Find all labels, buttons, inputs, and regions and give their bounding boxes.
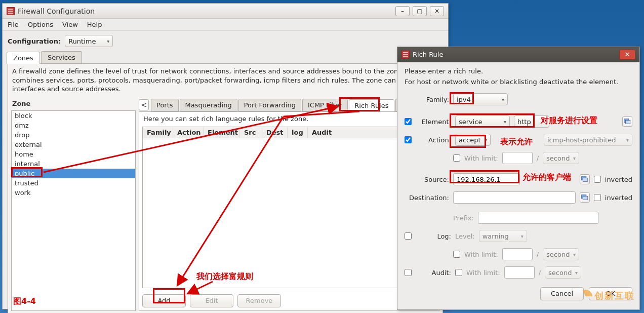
- col-action[interactable]: Action: [173, 127, 204, 138]
- source-row: Source: inverted: [405, 172, 632, 187]
- zone-list[interactable]: block dmz drop external home internal pu…: [11, 110, 136, 311]
- chevron-down-icon: ▾: [626, 137, 629, 143]
- chevron-down-icon: ▾: [502, 97, 504, 102]
- audit-checkbox[interactable]: [405, 269, 412, 276]
- svg-rect-5: [583, 197, 587, 200]
- level-label: Level:: [455, 232, 475, 240]
- config-select[interactable]: Runtime ▾: [65, 35, 113, 47]
- edit-button[interactable]: Edit: [190, 294, 233, 307]
- config-label: Configuration:: [8, 37, 61, 45]
- dest-input[interactable]: [453, 191, 576, 204]
- rich-rules-table[interactable]: Family Action Element Src Dest log Audit: [142, 127, 436, 288]
- browse-icon: [581, 176, 588, 182]
- log-limit-input[interactable]: [502, 248, 533, 260]
- element-service-select[interactable]: http: [514, 115, 549, 128]
- source-label: Source:: [405, 176, 449, 183]
- watermark-icon: [579, 290, 592, 303]
- cancel-button[interactable]: Cancel: [540, 287, 584, 300]
- svg-rect-1: [626, 121, 630, 124]
- chevron-down-icon: ▾: [521, 233, 524, 239]
- zone-block[interactable]: block: [12, 111, 135, 121]
- tab-port-forwarding[interactable]: Port Forwarding: [238, 99, 301, 111]
- rich-rules-panel: Here you can set rich language rules for…: [139, 111, 439, 311]
- dialog-hint-1: Please enter a rich rule.: [405, 67, 632, 75]
- dest-inverted-checkbox[interactable]: [594, 194, 601, 201]
- element-label: Element:: [416, 118, 451, 126]
- zone-internal[interactable]: internal: [12, 159, 135, 169]
- element-type-select[interactable]: service ▾: [455, 115, 510, 128]
- source-inverted-checkbox[interactable]: [594, 176, 601, 183]
- dialog-close-button[interactable]: ✕: [619, 50, 635, 60]
- tab-services[interactable]: Services: [41, 51, 82, 63]
- action-checkbox[interactable]: [405, 136, 412, 143]
- action-row: Action: accept ▾ icmp-host-prohibited ▾: [405, 132, 632, 147]
- remove-button[interactable]: Remove: [237, 294, 281, 307]
- chevron-down-icon: ▾: [573, 155, 576, 161]
- minimize-button[interactable]: –: [395, 6, 410, 16]
- col-element[interactable]: Element: [204, 127, 240, 138]
- family-row: Family: ipv4 ▾: [405, 92, 632, 107]
- menu-file[interactable]: File: [8, 21, 19, 28]
- zone-public[interactable]: public: [12, 169, 135, 178]
- action-limit-unit[interactable]: second▾: [543, 152, 579, 164]
- tab-scroll-left[interactable]: <: [139, 99, 149, 110]
- level-select[interactable]: warning ▾: [479, 230, 527, 242]
- close-button[interactable]: ✕: [430, 6, 444, 16]
- family-select[interactable]: ipv4 ▾: [453, 93, 508, 105]
- menu-help[interactable]: Help: [87, 21, 102, 28]
- dest-label: Destination:: [405, 194, 449, 202]
- limit-slash: /: [537, 154, 539, 162]
- dialog-body: Please enter a rich rule. For host or ne…: [397, 62, 639, 305]
- action-icmp-select[interactable]: icmp-host-prohibited ▾: [544, 134, 632, 146]
- tab-ports[interactable]: Ports: [151, 99, 179, 111]
- element-browse-button[interactable]: [622, 116, 632, 127]
- log-label: Log:: [416, 232, 451, 240]
- action-limit-input[interactable]: [502, 152, 533, 164]
- dialog-titlebar[interactable]: Rich Rule ✕: [397, 47, 639, 62]
- log-limit-checkbox[interactable]: [453, 251, 460, 258]
- zone-drop[interactable]: drop: [12, 130, 135, 140]
- menu-options[interactable]: Options: [28, 21, 53, 28]
- zones-panel: A firewalld zone defines the level of tr…: [8, 63, 443, 313]
- zone-work[interactable]: work: [12, 188, 135, 198]
- dialog-title: Rich Rule: [413, 51, 443, 58]
- source-browse-button[interactable]: [580, 174, 590, 184]
- element-type-value: service: [459, 118, 482, 126]
- col-dest[interactable]: Dest: [262, 127, 288, 138]
- tab-icmp-filter[interactable]: ICMP Filter: [302, 99, 348, 111]
- chevron-down-icon: ▾: [485, 137, 487, 143]
- col-src[interactable]: Src: [240, 127, 262, 138]
- tab-masquerading[interactable]: Masquerading: [180, 99, 237, 111]
- prefix-input[interactable]: [478, 212, 598, 224]
- maximize-button[interactable]: ▢: [413, 6, 427, 16]
- audit-limit-checkbox[interactable]: [455, 269, 462, 276]
- source-inverted-label: inverted: [605, 176, 632, 183]
- col-log[interactable]: log: [288, 127, 308, 138]
- titlebar[interactable]: Firewall Configuration – ▢ ✕: [3, 4, 448, 19]
- col-family[interactable]: Family: [143, 127, 173, 138]
- element-checkbox[interactable]: [405, 118, 412, 125]
- dest-browse-button[interactable]: [580, 192, 590, 203]
- audit-limit-unit[interactable]: second▾: [545, 266, 581, 279]
- zone-external[interactable]: external: [12, 140, 135, 149]
- source-input[interactable]: [453, 173, 520, 185]
- tab-rich-rules[interactable]: Rich Rules: [349, 99, 394, 112]
- zone-home[interactable]: home: [12, 149, 135, 159]
- action-limit-checkbox[interactable]: [453, 154, 460, 162]
- log-checkbox[interactable]: [405, 232, 412, 240]
- log-limit-label: With limit:: [464, 251, 498, 258]
- window-title: Firewall Configuration: [18, 7, 95, 15]
- menu-view[interactable]: View: [62, 21, 78, 28]
- tab-zones[interactable]: Zones: [7, 52, 40, 64]
- log-limit-row: With limit: / second▾: [453, 247, 632, 262]
- zone-trusted[interactable]: trusted: [12, 178, 135, 188]
- zone-dmz[interactable]: dmz: [12, 121, 135, 130]
- family-label: Family:: [405, 96, 449, 103]
- zone-description: A firewalld zone defines the level of tr…: [8, 64, 442, 97]
- chevron-down-icon: ▾: [107, 38, 109, 44]
- rich-rules-desc: Here you can set rich language rules for…: [139, 112, 439, 126]
- audit-limit-input[interactable]: [504, 266, 535, 279]
- add-button[interactable]: Add: [142, 294, 186, 307]
- action-select[interactable]: accept ▾: [455, 134, 491, 146]
- log-limit-unit[interactable]: second▾: [543, 248, 579, 260]
